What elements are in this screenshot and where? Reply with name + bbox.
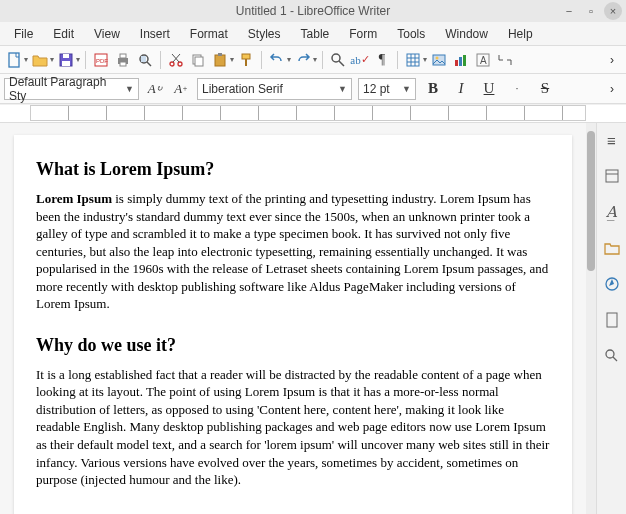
menu-tools[interactable]: Tools [387,24,435,44]
svg-text:PDF: PDF [96,58,108,64]
menu-table[interactable]: Table [291,24,340,44]
menu-insert[interactable]: Insert [130,24,180,44]
font-name-combo[interactable]: Liberation Serif ▼ [197,78,352,100]
paragraph-1: Lorem Ipsum is simply dummy text of the … [36,190,550,313]
new-document-icon[interactable] [4,50,24,70]
svg-rect-29 [433,55,445,65]
svg-line-14 [173,54,180,62]
svg-line-45 [613,357,617,361]
font-size-combo[interactable]: 12 pt ▼ [358,78,416,100]
bold-button[interactable]: B [422,78,444,100]
svg-rect-24 [407,54,419,66]
paragraph-style-combo[interactable]: Default Paragraph Sty ▼ [4,78,139,100]
svg-point-12 [170,62,174,66]
svg-text:A: A [480,55,487,66]
strike-button[interactable]: S [534,78,556,100]
close-button[interactable]: × [604,2,622,20]
spellcheck-icon[interactable]: ab✓ [350,50,370,70]
standard-toolbar: ▾ ▾ ▾ PDF ▾ ▾ ▾ ab✓ ¶ ▾ [0,46,626,74]
svg-rect-31 [455,60,458,66]
italic-button[interactable]: I [450,78,472,100]
chevron-down-icon[interactable]: ▾ [50,55,54,64]
document-area[interactable]: What is Lorem Ipsum? Lorem Ipsum is simp… [0,123,586,514]
format-toolbar: Default Paragraph Sty ▼ A↻ A+ Liberation… [0,74,626,104]
chevron-down-icon: ▼ [396,84,411,94]
paste-icon[interactable] [210,50,230,70]
overflow-icon[interactable]: › [602,79,622,99]
copy-icon[interactable] [188,50,208,70]
chevron-down-icon[interactable]: ▾ [287,55,291,64]
chevron-down-icon[interactable]: ▾ [423,55,427,64]
svg-rect-7 [120,54,126,58]
insert-table-icon[interactable] [403,50,423,70]
find-replace-icon[interactable] [328,50,348,70]
chevron-down-icon[interactable]: ▾ [230,55,234,64]
redo-icon[interactable] [293,50,313,70]
svg-rect-40 [606,170,618,182]
cut-icon[interactable] [166,50,186,70]
print-icon[interactable] [113,50,133,70]
underline-button[interactable]: U [478,78,500,100]
page-break-icon[interactable] [495,50,515,70]
svg-rect-0 [9,53,19,67]
svg-rect-11 [141,56,146,62]
svg-point-30 [436,56,439,59]
open-folder-icon[interactable] [30,50,50,70]
chevron-down-icon[interactable]: ▾ [76,55,80,64]
menu-format[interactable]: Format [180,24,238,44]
scrollbar-thumb[interactable] [587,131,595,271]
document-page[interactable]: What is Lorem Ipsum? Lorem Ipsum is simp… [14,135,572,514]
sidebar-menu-icon[interactable]: ≡ [601,129,623,151]
menu-styles[interactable]: Styles [238,24,291,44]
menu-view[interactable]: View [84,24,130,44]
styles-panel-icon[interactable]: A̲ [601,201,623,223]
svg-rect-3 [62,61,70,66]
horizontal-ruler[interactable] [0,105,626,123]
update-style-icon[interactable]: A↻ [145,79,165,99]
heading-1: What is Lorem Ipsum? [36,159,550,180]
svg-rect-21 [245,59,247,66]
svg-rect-19 [218,53,222,56]
save-icon[interactable] [56,50,76,70]
nonprinting-icon[interactable]: ¶ [372,50,392,70]
insert-chart-icon[interactable] [451,50,471,70]
menu-help[interactable]: Help [498,24,543,44]
style-inspector-icon[interactable] [601,345,623,367]
svg-line-15 [172,54,179,62]
minimize-button[interactable]: − [560,2,578,20]
svg-rect-20 [242,54,250,59]
svg-point-22 [332,54,340,62]
page-panel-icon[interactable] [601,309,623,331]
chevron-down-icon[interactable]: ▾ [313,55,317,64]
clone-format-icon[interactable] [236,50,256,70]
menu-form[interactable]: Form [339,24,387,44]
new-style-icon[interactable]: A+ [171,79,191,99]
chevron-down-icon[interactable]: ▾ [24,55,28,64]
insert-image-icon[interactable] [429,50,449,70]
menu-window[interactable]: Window [435,24,498,44]
svg-line-10 [147,62,151,66]
svg-rect-2 [63,54,69,58]
overflow-icon[interactable]: › [602,50,622,70]
export-pdf-icon[interactable]: PDF [91,50,111,70]
window-title: Untitled 1 - LibreOffice Writer [236,4,390,18]
print-preview-icon[interactable] [135,50,155,70]
navigator-panel-icon[interactable] [601,273,623,295]
heading-2: Why do we use it? [36,335,550,356]
chevron-down-icon: ▼ [332,84,347,94]
vertical-scrollbar[interactable] [586,123,596,514]
paragraph-2: It is a long established fact that a rea… [36,366,550,489]
menu-edit[interactable]: Edit [43,24,84,44]
menu-bar: File Edit View Insert Format Styles Tabl… [0,22,626,46]
svg-rect-18 [215,55,225,66]
gallery-panel-icon[interactable] [601,237,623,259]
properties-panel-icon[interactable] [601,165,623,187]
svg-point-13 [178,62,182,66]
undo-icon[interactable] [267,50,287,70]
svg-rect-33 [463,55,466,66]
maximize-button[interactable]: ▫ [582,2,600,20]
sidebar: ≡ A̲ [596,123,626,514]
menu-file[interactable]: File [4,24,43,44]
svg-rect-17 [195,57,203,66]
special-char-icon[interactable]: A [473,50,493,70]
